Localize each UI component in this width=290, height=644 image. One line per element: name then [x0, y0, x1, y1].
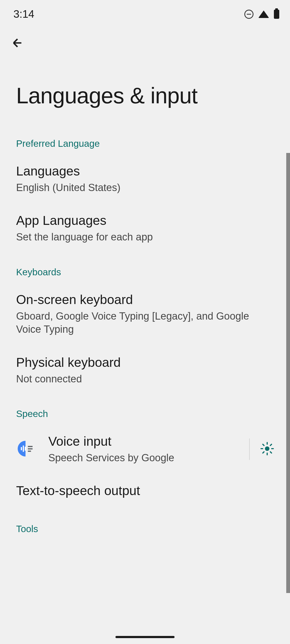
svg-rect-0	[21, 447, 22, 450]
svg-rect-1	[23, 445, 24, 452]
setting-onscreen-subtitle: Gboard, Google Voice Typing [Legacy], an…	[16, 310, 274, 336]
voice-input-icon-container	[16, 439, 35, 459]
status-icons	[244, 10, 279, 19]
svg-rect-3	[28, 446, 33, 447]
setting-app-languages-title: App Languages	[16, 213, 274, 228]
svg-rect-2	[25, 447, 26, 451]
svg-rect-4	[28, 448, 33, 449]
setting-physical-subtitle: Not connected	[16, 372, 274, 386]
setting-languages-subtitle: English (United States)	[16, 181, 274, 194]
dnd-icon	[244, 10, 253, 19]
setting-onscreen-keyboard[interactable]: On-screen keyboard Gboard, Google Voice …	[0, 283, 290, 346]
page-title: Languages & input	[0, 56, 290, 130]
status-time: 3:14	[13, 8, 34, 20]
setting-voice-input[interactable]: Voice input Speech Services by Google	[48, 434, 238, 464]
voice-input-settings-button[interactable]	[260, 442, 274, 456]
svg-rect-5	[28, 451, 31, 452]
nav-indicator[interactable]	[115, 636, 175, 638]
setting-languages[interactable]: Languages English (United States)	[0, 154, 290, 204]
setting-app-languages-subtitle: Set the language for each app	[16, 230, 274, 244]
status-bar: 3:14	[0, 0, 290, 25]
wifi-icon	[258, 10, 269, 18]
voice-input-title: Voice input	[48, 434, 238, 449]
setting-voice-input-row: Voice input Speech Services by Google	[0, 425, 290, 474]
section-keyboards: Keyboards	[0, 253, 290, 283]
scrollbar-indicator[interactable]	[286, 153, 290, 593]
setting-tts-output[interactable]: Text-to-speech output	[0, 474, 290, 510]
section-tools: Tools	[0, 510, 290, 540]
setting-app-languages[interactable]: App Languages Set the language for each …	[0, 204, 290, 253]
setting-physical-keyboard[interactable]: Physical keyboard Not connected	[0, 346, 290, 395]
gear-icon	[260, 442, 274, 455]
voice-input-icon	[16, 439, 35, 458]
tts-output-title: Text-to-speech output	[16, 483, 274, 498]
svg-point-6	[266, 447, 269, 451]
section-speech: Speech	[0, 395, 290, 425]
back-button[interactable]	[0, 25, 290, 56]
setting-physical-title: Physical keyboard	[16, 355, 274, 370]
section-preferred-language: Preferred Language	[0, 130, 290, 154]
battery-icon	[274, 10, 279, 19]
back-arrow-icon	[11, 36, 24, 50]
divider	[249, 438, 250, 460]
voice-input-subtitle: Speech Services by Google	[48, 451, 238, 464]
setting-languages-title: Languages	[16, 164, 274, 178]
setting-onscreen-title: On-screen keyboard	[16, 292, 274, 307]
